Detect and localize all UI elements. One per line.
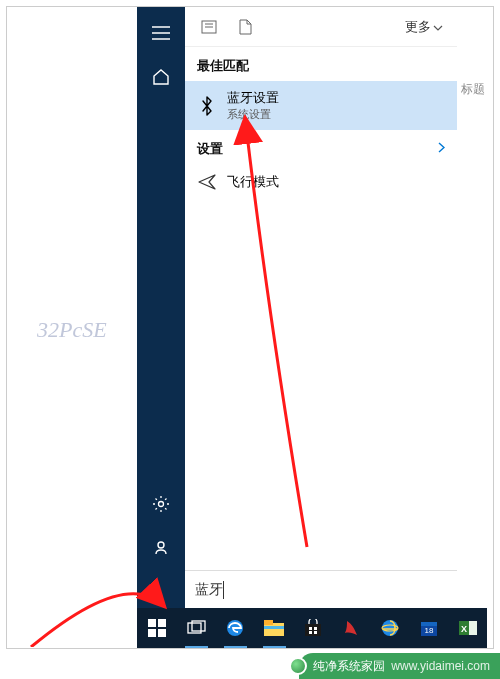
svg-rect-21 bbox=[309, 631, 312, 634]
svg-rect-9 bbox=[158, 619, 166, 627]
taskbar: 18 X bbox=[137, 608, 487, 648]
right-column-label: 标题 bbox=[453, 47, 493, 98]
screenshot-frame: 32PcSE bbox=[6, 6, 494, 649]
bluetooth-icon bbox=[197, 96, 217, 116]
start-left-rail bbox=[137, 7, 185, 608]
badge-brand: 纯净系统家园 bbox=[313, 658, 385, 675]
result-airplane-mode[interactable]: 飞行模式 bbox=[185, 164, 457, 200]
more-button[interactable]: 更多 bbox=[399, 14, 449, 40]
gear-icon[interactable] bbox=[137, 482, 185, 526]
svg-rect-18 bbox=[305, 624, 321, 636]
power-icon[interactable] bbox=[137, 526, 185, 570]
chevron-down-icon bbox=[433, 19, 443, 34]
document-icon[interactable] bbox=[229, 11, 261, 43]
svg-rect-19 bbox=[309, 627, 312, 630]
source-badge: 纯净系统家园 www.yidaimei.com bbox=[299, 653, 500, 679]
hamburger-icon[interactable] bbox=[137, 11, 185, 55]
task-view-button[interactable] bbox=[177, 608, 216, 648]
taskbar-edge[interactable] bbox=[216, 608, 255, 648]
badge-url: www.yidaimei.com bbox=[391, 659, 490, 673]
chevron-right-icon bbox=[438, 142, 445, 156]
svg-rect-17 bbox=[264, 626, 284, 629]
start-button[interactable] bbox=[137, 608, 177, 648]
svg-rect-20 bbox=[314, 627, 317, 630]
more-label: 更多 bbox=[405, 18, 431, 36]
svg-point-3 bbox=[159, 502, 164, 507]
home-icon[interactable] bbox=[137, 55, 185, 99]
results-toolbar: 更多 bbox=[185, 7, 457, 47]
section-best-match-label: 最佳匹配 bbox=[197, 57, 249, 75]
svg-text:18: 18 bbox=[425, 626, 434, 635]
section-settings-label: 设置 bbox=[197, 140, 223, 158]
taskbar-ie[interactable] bbox=[371, 608, 410, 648]
taskbar-calendar[interactable]: 18 bbox=[410, 608, 449, 648]
filter-icon[interactable] bbox=[193, 11, 225, 43]
section-settings[interactable]: 设置 bbox=[185, 130, 457, 164]
airplane-icon bbox=[197, 172, 217, 192]
svg-text:X: X bbox=[461, 624, 467, 634]
taskbar-excel[interactable]: X bbox=[448, 608, 487, 648]
svg-rect-16 bbox=[264, 620, 273, 625]
svg-rect-22 bbox=[314, 631, 317, 634]
result-title: 蓝牙设置 bbox=[227, 89, 279, 107]
badge-dot-icon bbox=[289, 657, 307, 675]
result-title: 飞行模式 bbox=[227, 173, 279, 191]
svg-point-4 bbox=[158, 542, 164, 548]
result-subtitle: 系统设置 bbox=[227, 107, 279, 122]
taskbar-explorer[interactable] bbox=[255, 608, 294, 648]
taskbar-app-red[interactable] bbox=[332, 608, 371, 648]
taskbar-store[interactable] bbox=[294, 608, 333, 648]
section-best-match: 最佳匹配 bbox=[185, 47, 457, 81]
result-bluetooth-settings[interactable]: 蓝牙设置 系统设置 bbox=[185, 81, 457, 130]
svg-rect-10 bbox=[148, 629, 156, 637]
start-menu: 更多 最佳匹配 蓝牙设置 系统设置 bbox=[137, 7, 457, 608]
svg-rect-8 bbox=[148, 619, 156, 627]
svg-rect-11 bbox=[158, 629, 166, 637]
search-value: 蓝牙 bbox=[195, 581, 223, 599]
search-box[interactable]: 蓝牙 bbox=[185, 570, 457, 608]
search-results-panel: 更多 最佳匹配 蓝牙设置 系统设置 bbox=[185, 7, 457, 608]
